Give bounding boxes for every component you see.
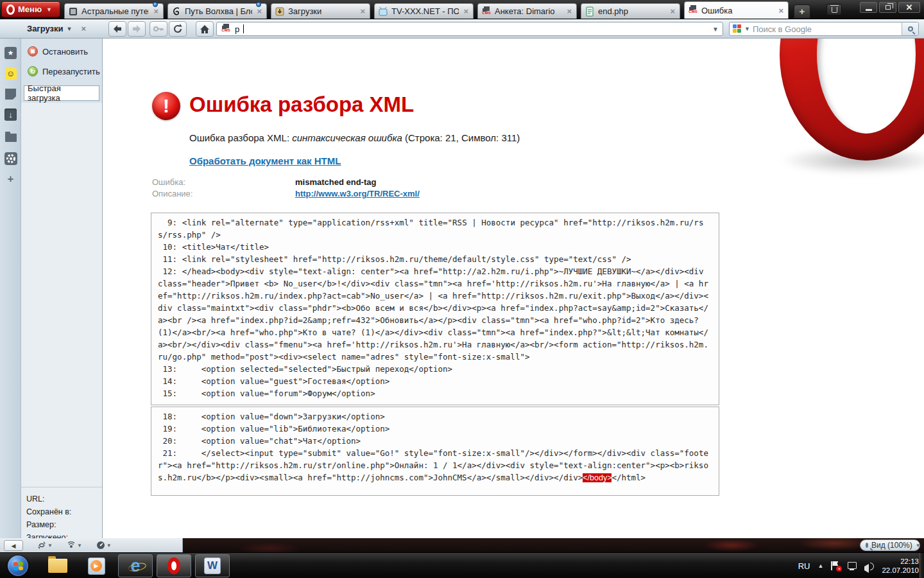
reload-button[interactable] [169, 21, 187, 37]
close-button[interactable]: ✕ [898, 2, 920, 13]
window-controls: ✕ [860, 2, 920, 13]
taskbar-clock[interactable]: 22:13 22.07.2010 [882, 557, 919, 575]
minimize-button[interactable] [860, 2, 877, 13]
search-icon [908, 26, 913, 31]
error-icon: ! [152, 92, 180, 120]
chevron-down-icon[interactable]: ▼ [67, 26, 73, 32]
stop-download-button[interactable]: Остановить [28, 46, 88, 57]
clock-date: 22.07.2010 [882, 566, 919, 575]
action-center-flag-icon[interactable]: × [831, 561, 839, 570]
trash-icon [832, 7, 837, 13]
reload-icon [173, 24, 183, 34]
page-content: ! Ошибка разбора XML Ошибка разбора XML:… [103, 39, 924, 538]
main-toolbar: Загрузки ▼ × CMS p ▼ [0, 19, 924, 39]
forward-button[interactable] [128, 21, 146, 37]
tab-anketa[interactable]: CMS Анкета: Dimario × [477, 3, 577, 19]
taskbar-opera-button[interactable] [157, 554, 191, 577]
new-tab-button[interactable]: + [794, 4, 810, 19]
restart-label: Перезапустить [42, 67, 100, 76]
show-desktop-button[interactable] [920, 553, 924, 578]
restore-icon [886, 5, 891, 10]
taskbar-explorer-button[interactable] [44, 554, 72, 577]
tab-title: Ошибка [701, 6, 774, 15]
sidebar-item-notes[interactable] [3, 86, 19, 102]
sidebar-item-bookmarks[interactable]: ★ [3, 45, 19, 61]
unread-dot-icon [256, 2, 261, 7]
tab-close-icon[interactable]: × [255, 6, 263, 16]
start-button[interactable] [8, 556, 28, 576]
sidebar-add-panel[interactable]: + [3, 171, 19, 187]
tab-put-volhva[interactable]: Путь Волхва | Блог ... × [167, 3, 267, 19]
zoom-label: Вид (100%) [871, 541, 912, 550]
folder-icon [5, 134, 17, 142]
search-engine-dropdown-icon[interactable]: ▼ [744, 26, 750, 32]
zoom-magnifier-icon [866, 543, 868, 548]
error-subtitle: Ошибка разбора XML: синтаксическая ошибк… [189, 132, 520, 143]
menu-label: Меню [18, 4, 42, 14]
turbo-button[interactable]: ▼ [96, 541, 112, 550]
password-key-button[interactable] [150, 21, 167, 37]
panel-close-icon[interactable]: × [81, 24, 87, 33]
tab-close-icon[interactable]: × [462, 6, 470, 16]
taskbar-ie-button[interactable]: e [118, 554, 153, 577]
tab-close-icon[interactable]: × [777, 6, 785, 15]
tab-title: Анкета: Dimario [495, 6, 562, 16]
unite-button[interactable]: ▼ [67, 541, 82, 550]
minimize-icon [866, 9, 872, 11]
network-icon[interactable] [847, 562, 857, 570]
opera-menu-button[interactable]: Меню ▼ [1, 1, 60, 17]
address-bar-input[interactable]: CMS p ▼ [216, 22, 723, 36]
chevron-down-icon: ▼ [916, 543, 921, 548]
detail-label-saved: Сохранён в: [26, 505, 102, 518]
zoom-control[interactable]: Вид (100%) ▼ [860, 539, 920, 551]
tab-endphp[interactable]: end.php × [581, 3, 680, 19]
tab-title: end.php [598, 6, 665, 16]
tab-tv-xxx[interactable]: TV-XXX.NET - ПОР... × [374, 3, 474, 19]
tab-close-icon[interactable]: × [152, 6, 160, 16]
reparse-as-html-link[interactable]: Обработать документ как HTML [189, 155, 341, 166]
search-input[interactable]: ▼ Поиск в Google [729, 22, 919, 36]
source-code-block-1: 9: <link rel="alternate" type="applicati… [151, 213, 719, 405]
tab-downloads[interactable]: Загрузки × [271, 3, 370, 19]
restart-download-button[interactable]: ↻ Перезапустить [28, 66, 100, 76]
tab-error-active[interactable]: CMS Ошибка × [684, 1, 789, 19]
media-player-icon: ▶ [88, 557, 105, 575]
error-label: Ошибка: [152, 177, 295, 187]
tab-astral[interactable]: Астральные путеш... × [64, 3, 164, 19]
home-icon [200, 24, 210, 34]
sidebar-item-downloads[interactable]: ↓ [3, 107, 19, 123]
tab-title: TV-XXX.NET - ПОР... [391, 6, 459, 16]
quick-download-input[interactable]: Быстрая загрузка [24, 85, 99, 101]
sidebar-item-widgets[interactable] [3, 150, 19, 166]
panel-toggle-button[interactable]: ◀ [4, 540, 23, 551]
search-go-button[interactable] [902, 22, 918, 35]
error-value: mismatched end-tag [295, 177, 376, 187]
volume-icon[interactable] [864, 562, 874, 570]
tab-close-icon[interactable]: × [669, 6, 676, 16]
search-placeholder: Поиск в Google [753, 24, 899, 34]
opera-watermark-icon [780, 39, 924, 161]
taskbar-word-button[interactable]: W [195, 554, 230, 577]
opera-logo-icon [6, 4, 15, 15]
closed-tabs-trash-button[interactable] [826, 4, 842, 15]
address-dropdown-icon[interactable]: ▼ [712, 26, 719, 33]
tab-close-icon[interactable]: × [359, 6, 366, 16]
taskbar-media-player-button[interactable]: ▶ [82, 554, 110, 577]
tray-expand-icon[interactable]: ▲ [818, 563, 824, 569]
stop-icon [28, 46, 38, 57]
language-indicator[interactable]: RU [798, 561, 810, 571]
home-button[interactable] [196, 21, 214, 37]
sidebar-item-contacts[interactable]: ☺ [3, 66, 19, 82]
swirl-icon [171, 6, 182, 17]
chevron-down-icon: ▼ [47, 543, 53, 548]
restore-button[interactable] [879, 2, 896, 13]
sidebar-item-links[interactable] [3, 128, 19, 144]
w3c-spec-link[interactable]: http://www.w3.org/TR/REC-xml/ [295, 189, 420, 198]
download-arrow-icon: ↓ [4, 109, 17, 121]
sync-button[interactable]: ▼ [37, 541, 53, 550]
status-bar: ◀ ▼ ▼ ▼ Вид (100%) ▼ [0, 538, 924, 552]
tab-close-icon[interactable]: × [565, 6, 573, 16]
detail-label-url: URL: [26, 493, 102, 505]
back-button[interactable] [108, 21, 126, 37]
chevron-down-icon: ▼ [46, 6, 52, 13]
